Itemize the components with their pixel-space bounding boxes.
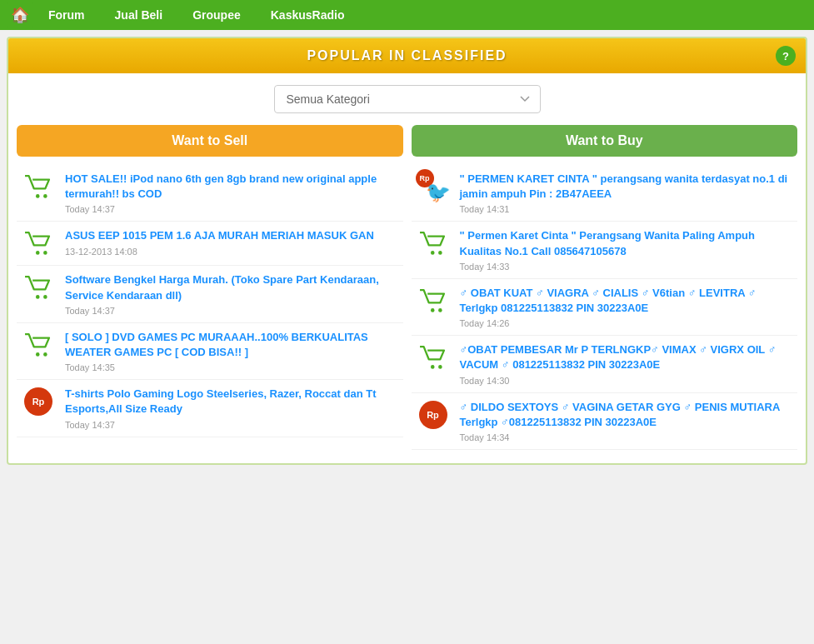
item-title: ♂ DILDO SEXTOYS ♂ VAGINA GETAR GYG ♂ PEN…	[460, 400, 795, 430]
item-content: Software Bengkel Harga Murah. (Toko Spar…	[65, 272, 400, 315]
item-title: " PERMEN KARET CINTA " perangsang wanita…	[460, 172, 795, 202]
nav-kaskus-radio[interactable]: KaskusRadio	[256, 0, 360, 30]
item-title: [ SOLO ] DVD GAMES PC MURAAAH..100% BERK…	[65, 330, 400, 360]
svg-point-7	[43, 352, 47, 357]
sell-list: HOT SALE!! iPod nano 6th gen 8gb brand n…	[17, 165, 403, 437]
item-icon	[20, 272, 57, 302]
item-content: T-shirts Polo Gaming Logo Steelseries, R…	[65, 387, 400, 429]
sell-column: Want to Sell HOT SALE!! iPod nano 6th ge…	[17, 125, 403, 450]
item-time: Today 14:26	[460, 318, 795, 328]
item-icon	[20, 228, 57, 258]
sell-header: Want to Sell	[17, 125, 403, 157]
list-item[interactable]: " Permen Karet Cinta " Perangsang Wanita…	[412, 222, 798, 278]
item-icon	[415, 228, 452, 258]
item-content: ♂ DILDO SEXTOYS ♂ VAGINA GETAR GYG ♂ PEN…	[460, 400, 795, 442]
svg-point-5	[43, 295, 47, 299]
item-content: ASUS EEP 1015 PEM 1.6 AJA MURAH MERIAH M…	[65, 228, 400, 256]
svg-point-11	[438, 308, 442, 312]
popular-header: POPULAR IN CLASSIFIED ?	[8, 38, 806, 73]
item-title: T-shirts Polo Gaming Logo Steelseries, R…	[65, 387, 400, 417]
columns-row: Want to Sell HOT SALE!! iPod nano 6th ge…	[8, 125, 806, 463]
list-item[interactable]: ♂OBAT PEMBESAR Mr P TERLNGKP♂ VIMAX ♂ VI…	[412, 336, 798, 392]
item-time: Today 14:37	[65, 204, 400, 214]
svg-point-10	[430, 308, 434, 312]
item-content: " Permen Karet Cinta " Perangsang Wanita…	[460, 228, 795, 271]
help-button[interactable]: ?	[776, 46, 796, 66]
item-time: Today 14:30	[460, 376, 795, 386]
category-row: Semua KategoriElektronikFashionOtomotifP…	[8, 73, 806, 125]
list-item[interactable]: HOT SALE!! iPod nano 6th gen 8gb brand n…	[17, 165, 403, 222]
item-title: " Permen Karet Cinta " Perangsang Wanita…	[460, 228, 795, 258]
buy-header: Want to Buy	[412, 125, 798, 157]
item-icon	[20, 172, 57, 202]
popular-title: POPULAR IN CLASSIFIED	[307, 48, 507, 63]
list-item[interactable]: [ SOLO ] DVD GAMES PC MURAAAH..100% BERK…	[17, 323, 403, 380]
item-content: [ SOLO ] DVD GAMES PC MURAAAH..100% BERK…	[65, 330, 400, 372]
item-time: Today 14:34	[460, 432, 795, 442]
buy-list: Rp 🐦 " PERMEN KARET CINTA " perangsang w…	[412, 165, 798, 450]
svg-point-12	[430, 365, 434, 369]
svg-point-1	[43, 194, 47, 198]
item-title: Software Bengkel Harga Murah. (Toko Spar…	[65, 272, 400, 302]
list-item[interactable]: Rp T-shirts Polo Gaming Logo Steelseries…	[17, 380, 403, 437]
item-title: ♂OBAT PEMBESAR Mr P TERLNGKP♂ VIMAX ♂ VI…	[460, 342, 795, 372]
list-item[interactable]: ♂ OBAT KUAT ♂ VIAGRA ♂ CIALIS ♂ V6tian ♂…	[412, 279, 798, 336]
item-time: Today 14:37	[65, 306, 400, 316]
item-icon: Rp	[20, 387, 57, 417]
item-title: ASUS EEP 1015 PEM 1.6 AJA MURAH MERIAH M…	[65, 228, 400, 243]
svg-point-3	[43, 251, 47, 255]
item-icon: Rp	[415, 400, 452, 430]
list-item[interactable]: Software Bengkel Harga Murah. (Toko Spar…	[17, 266, 403, 322]
buy-column: Want to Buy Rp 🐦 " PERMEN KARET CINTA " …	[412, 125, 798, 450]
item-time: 13-12-2013 14:08	[65, 247, 400, 257]
svg-point-9	[438, 251, 442, 255]
item-content: ♂OBAT PEMBESAR Mr P TERLNGKP♂ VIMAX ♂ VI…	[460, 342, 795, 385]
item-icon	[20, 330, 57, 360]
item-title: ♂ OBAT KUAT ♂ VIAGRA ♂ CIALIS ♂ V6tian ♂…	[460, 286, 795, 316]
item-content: " PERMEN KARET CINTA " perangsang wanita…	[460, 172, 795, 214]
item-time: Today 14:33	[460, 262, 795, 272]
top-navigation: 🏠 Forum Jual Beli Groupee KaskusRadio	[0, 0, 814, 30]
item-content: HOT SALE!! iPod nano 6th gen 8gb brand n…	[65, 172, 400, 214]
home-button[interactable]: 🏠	[7, 2, 33, 28]
list-item[interactable]: Rp 🐦 " PERMEN KARET CINTA " perangsang w…	[412, 165, 798, 222]
svg-point-4	[36, 295, 40, 299]
list-item[interactable]: ASUS EEP 1015 PEM 1.6 AJA MURAH MERIAH M…	[17, 222, 403, 266]
svg-point-0	[36, 194, 40, 198]
svg-point-2	[36, 251, 40, 255]
item-icon: Rp 🐦	[415, 172, 452, 202]
item-content: ♂ OBAT KUAT ♂ VIAGRA ♂ CIALIS ♂ V6tian ♂…	[460, 286, 795, 328]
item-time: Today 14:37	[65, 420, 400, 430]
svg-point-6	[36, 352, 40, 357]
nav-forum[interactable]: Forum	[33, 0, 100, 30]
svg-point-8	[430, 251, 434, 255]
nav-groupee[interactable]: Groupee	[177, 0, 256, 30]
item-time: Today 14:31	[460, 204, 795, 214]
list-item[interactable]: Rp ♂ DILDO SEXTOYS ♂ VAGINA GETAR GYG ♂ …	[412, 393, 798, 450]
item-icon	[415, 286, 452, 316]
category-select[interactable]: Semua KategoriElektronikFashionOtomotifP…	[274, 85, 541, 113]
item-time: Today 14:35	[65, 362, 400, 372]
item-icon	[415, 342, 452, 372]
main-container: POPULAR IN CLASSIFIED ? Semua KategoriEl…	[7, 37, 807, 465]
svg-point-13	[438, 365, 442, 369]
nav-jual-beli[interactable]: Jual Beli	[100, 0, 178, 30]
item-title: HOT SALE!! iPod nano 6th gen 8gb brand n…	[65, 172, 400, 202]
